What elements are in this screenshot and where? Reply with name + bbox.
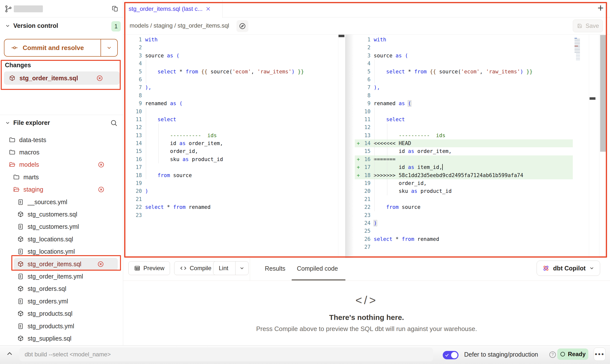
new-tab-button[interactable]: +	[597, 3, 604, 13]
compile-button[interactable]: Compile	[174, 261, 217, 275]
code-line[interactable]: 22select * from renamed	[123, 203, 338, 211]
code-line[interactable]: 1with	[355, 36, 599, 44]
right-editor-scrollbar[interactable]	[589, 34, 596, 258]
left-editor-scrollbar[interactable]	[338, 34, 345, 258]
code-line[interactable]: 23	[355, 211, 599, 219]
code-line[interactable]: 9renamed as (	[355, 99, 599, 107]
code-line[interactable]: 2	[355, 44, 599, 51]
code-line[interactable]: 12	[123, 123, 338, 131]
commit-options-caret[interactable]	[101, 39, 117, 56]
explorer-item-models[interactable]: models	[0, 159, 123, 171]
code-line[interactable]: +18>>>>>>> 58c1dd23d5eebd9cd2495fa7124ab…	[355, 171, 599, 179]
page-scrollbar-thumb[interactable]	[600, 35, 607, 152]
chevron-up-icon[interactable]	[5, 349, 14, 358]
code-line[interactable]: 7),	[355, 83, 599, 91]
sidebar-header	[0, 0, 123, 17]
code-line[interactable]: +16=======	[355, 155, 599, 163]
code-line[interactable]: 19 order_id,	[355, 179, 599, 187]
code-line[interactable]: 24)	[355, 219, 599, 227]
code-line[interactable]: 21	[123, 195, 338, 203]
explorer-item-data-tests[interactable]: data-tests	[0, 134, 123, 146]
code-line[interactable]: 21	[355, 195, 599, 203]
code-line[interactable]: 14 id as order_item,	[123, 139, 338, 147]
code-line[interactable]: 13 ---------- ids	[355, 132, 599, 139]
check-icon	[445, 353, 449, 357]
search-icon[interactable]	[110, 119, 118, 127]
code-line[interactable]: 20 sku as product_id	[355, 187, 599, 195]
explorer-item-stg_order_items.sql[interactable]: stg_order_items.sql	[14, 258, 118, 270]
tab-compiled-code[interactable]: Compiled code	[297, 265, 338, 272]
explorer-item-stg_locations.sql[interactable]: stg_locations.sql	[0, 233, 123, 245]
code-line[interactable]: 23	[123, 211, 338, 219]
code-line[interactable]: 2	[123, 44, 338, 51]
code-line[interactable]: +17 id as item_id,	[355, 163, 599, 171]
explorer-item-stg_customers.yml[interactable]: stg_customers.yml	[0, 221, 123, 233]
code-line[interactable]: 25	[355, 227, 599, 235]
explorer-item-stg_locations.yml[interactable]: stg_locations.yml	[0, 246, 123, 258]
code-line[interactable]: 6	[123, 76, 338, 83]
lint-button[interactable]: Lint	[213, 261, 249, 275]
code-line[interactable]: 11 select	[123, 116, 338, 123]
code-line[interactable]: 15 order_id,	[123, 147, 338, 155]
preview-button[interactable]: Preview	[128, 261, 170, 275]
code-line[interactable]: 16 sku as product_id	[123, 155, 338, 163]
tab-results[interactable]: Results	[265, 265, 285, 272]
editor-pane-last-commit: 1with23source as (45 select * from {{ so…	[123, 34, 338, 258]
code-line[interactable]: +14<<<<<<< HEAD	[355, 139, 599, 147]
code-line[interactable]: 5 select * from {{ source('ecom', 'raw_i…	[123, 68, 338, 76]
explorer-item-stg_products.sql[interactable]: stg_products.sql	[0, 307, 123, 320]
version-control-section-header[interactable]: Version control	[5, 22, 58, 29]
code-line[interactable]: 11 select	[355, 116, 599, 123]
explorer-item-stg_products.yml[interactable]: stg_products.yml	[0, 320, 123, 332]
code-line[interactable]: 9renamed as (	[123, 99, 338, 107]
help-icon[interactable]: ?	[549, 351, 556, 358]
dbt-copilot-button[interactable]: dbt Copilot	[537, 261, 600, 276]
code-line[interactable]: 20)	[123, 187, 338, 195]
minimap[interactable]	[575, 37, 582, 60]
code-line[interactable]: 4	[123, 60, 338, 67]
command-input[interactable]: dbt build --select <model_name>	[19, 347, 433, 361]
code-line[interactable]: 4	[355, 60, 599, 67]
code-line[interactable]: 17	[123, 163, 338, 171]
lineage-button[interactable]	[237, 20, 248, 32]
code-line[interactable]: 8	[123, 92, 338, 99]
code-line[interactable]: 18 from source	[123, 171, 338, 179]
close-icon[interactable]	[205, 6, 211, 12]
explorer-item-marts[interactable]: marts	[0, 171, 123, 183]
code-line[interactable]: 3source as (	[355, 52, 599, 60]
code-line[interactable]: 5 select * from {{ source('ecom', 'raw_i…	[355, 68, 599, 76]
code-line[interactable]: 15 id as order_item,	[355, 147, 599, 155]
tab-stg-order-items[interactable]: stg_order_items.sql (last c...	[123, 0, 223, 18]
code-line[interactable]: 7),	[123, 83, 338, 91]
explorer-item-__sources.yml[interactable]: __sources.yml	[0, 196, 123, 208]
code-line[interactable]: 10	[123, 108, 338, 116]
code-line[interactable]: 19	[123, 179, 338, 187]
code-line[interactable]: 27	[355, 243, 599, 251]
file-explorer-section-header[interactable]: File explorer	[5, 119, 50, 126]
code-line[interactable]: 13 ---------- ids	[123, 132, 338, 139]
explorer-item-staging[interactable]: staging	[0, 183, 123, 196]
left-editor-scrollbar-thumb[interactable]	[339, 35, 344, 37]
explorer-item-stg_orders.yml[interactable]: stg_orders.yml	[0, 295, 123, 307]
code-line[interactable]: 22 from source	[355, 203, 599, 211]
explorer-item-stg_customers.sql[interactable]: stg_customers.sql	[0, 208, 123, 220]
explorer-item-macros[interactable]: macros	[0, 146, 123, 158]
defer-toggle[interactable]	[443, 351, 458, 359]
explorer-item-stg_order_items.yml[interactable]: stg_order_items.yml	[0, 270, 123, 282]
code-line[interactable]: 8	[355, 92, 599, 99]
code-line[interactable]: 12	[355, 123, 599, 131]
explorer-item-stg_supplies.sql[interactable]: stg_supplies.sql	[0, 332, 123, 345]
code-line[interactable]: 3source as (	[123, 52, 338, 60]
code-line[interactable]: 10	[355, 108, 599, 116]
lint-options-caret[interactable]	[235, 262, 248, 275]
commit-and-resolve-main[interactable]: Commit and resolve	[4, 39, 101, 56]
changed-file-row[interactable]: stg_order_items.sql	[4, 71, 120, 85]
more-options-button[interactable]: ●●●	[594, 347, 606, 361]
explorer-item-stg_orders.sql[interactable]: stg_orders.sql	[0, 283, 123, 295]
code-line[interactable]: 26select * from renamed	[355, 235, 599, 243]
code-line[interactable]: 1with	[123, 36, 338, 44]
right-editor-scrollbar-thumb[interactable]	[590, 97, 595, 100]
code-line[interactable]: 6	[355, 76, 599, 83]
copy-icon[interactable]	[112, 5, 119, 12]
save-button[interactable]: Save	[573, 19, 603, 32]
